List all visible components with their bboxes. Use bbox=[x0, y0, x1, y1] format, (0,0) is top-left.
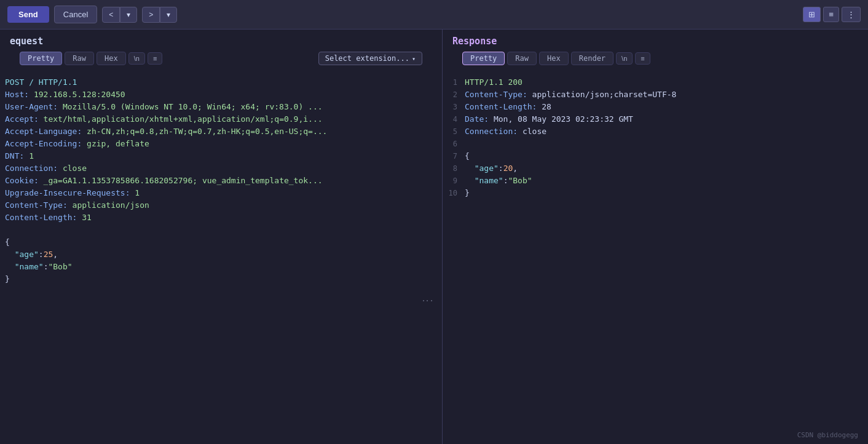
toolbar: Send Cancel < ▾ > ▾ ⊞ ≡ ⋮ bbox=[0, 0, 868, 30]
select-extension-dropdown[interactable]: Select extension... ▾ bbox=[318, 52, 422, 65]
request-code-area[interactable]: POST / HTTP/1.1 Host: 192.168.5.128:2045… bbox=[0, 74, 442, 444]
response-tab-raw[interactable]: Raw bbox=[507, 52, 537, 65]
layout-split-button[interactable]: ⊞ bbox=[803, 7, 821, 22]
response-tab-pretty[interactable]: Pretty bbox=[462, 52, 505, 65]
response-line-6: 6 bbox=[443, 138, 868, 150]
nav-prev-group: < ▾ bbox=[102, 7, 137, 23]
request-line-8: Connection: close bbox=[0, 162, 442, 175]
response-linenum-8: 8 bbox=[448, 162, 465, 175]
request-line-5: Accept-Language: zh-CN,zh;q=0.8,zh-TW;q=… bbox=[0, 125, 442, 138]
request-tab-newline[interactable]: \n bbox=[128, 52, 145, 65]
response-linenum-5: 5 bbox=[448, 125, 465, 138]
response-linenum-7: 7 bbox=[448, 150, 465, 162]
response-line-4: 4 Date: Mon, 08 May 2023 02:23:32 GMT bbox=[443, 113, 868, 125]
request-line-13 bbox=[0, 224, 442, 236]
request-tab-pretty[interactable]: Pretty bbox=[20, 52, 62, 65]
request-tab-bar: Pretty Raw Hex \n ≡ Select extension... … bbox=[10, 52, 432, 70]
request-line-14: { bbox=[0, 236, 442, 248]
request-tab-raw[interactable]: Raw bbox=[65, 52, 94, 65]
layout-controls: ⊞ ≡ ⋮ bbox=[803, 7, 861, 22]
nav-next-button[interactable]: > bbox=[142, 7, 160, 23]
request-title: equest bbox=[10, 36, 432, 47]
response-line-5: 5 Connection: close bbox=[443, 125, 868, 138]
request-line-9: Cookie: _ga=GA1.1.1353785866.1682052796;… bbox=[0, 175, 442, 187]
nav-next-group: > ▾ bbox=[142, 7, 177, 23]
request-line-4: Accept: text/html,application/xhtml+xml,… bbox=[0, 113, 442, 125]
response-linenum-3: 3 bbox=[448, 101, 465, 113]
request-line-15: "age":25, bbox=[0, 248, 442, 261]
response-linenum-6: 6 bbox=[448, 138, 465, 150]
request-line-17: } bbox=[0, 273, 442, 285]
response-tab-render[interactable]: Render bbox=[571, 52, 614, 65]
request-line-12: Content-Length: 31 bbox=[0, 212, 442, 224]
request-line-11: Content-Type: application/json bbox=[0, 199, 442, 212]
response-linenum-10: 10 bbox=[448, 187, 465, 199]
request-list-button[interactable]: ≡ bbox=[148, 52, 162, 65]
request-line-16: "name":"Bob" bbox=[0, 261, 442, 273]
layout-more-button[interactable]: ⋮ bbox=[842, 7, 861, 22]
request-line-2: Host: 192.168.5.128:20450 bbox=[0, 89, 442, 101]
response-linenum-1: 1 bbox=[448, 76, 465, 89]
context-menu-dots[interactable]: ⋮ bbox=[422, 295, 435, 307]
request-panel: equest Pretty Raw Hex \n ≡ Select extens… bbox=[0, 30, 443, 444]
layout-horizontal-button[interactable]: ≡ bbox=[823, 7, 839, 22]
request-line-1: POST / HTTP/1.1 bbox=[0, 76, 442, 89]
response-code-area[interactable]: 1 HTTP/1.1 200 2 Content-Type: applicati… bbox=[443, 74, 868, 444]
response-list-button[interactable]: ≡ bbox=[635, 52, 650, 65]
request-line-7: DNT: 1 bbox=[0, 150, 442, 162]
watermark: CSDN @biddogegg bbox=[797, 431, 858, 439]
response-tab-newline[interactable]: \n bbox=[616, 52, 633, 65]
response-tab-hex[interactable]: Hex bbox=[539, 52, 569, 65]
response-panel: Response Pretty Raw Hex Render \n ≡ 1 HT… bbox=[443, 30, 868, 444]
response-linenum-2: 2 bbox=[448, 89, 465, 101]
main-area: equest Pretty Raw Hex \n ≡ Select extens… bbox=[0, 30, 868, 444]
nav-prev-dropdown-button[interactable]: ▾ bbox=[120, 7, 137, 23]
request-tab-hex[interactable]: Hex bbox=[97, 52, 126, 65]
response-line-9: 9 "name":"Bob" bbox=[443, 175, 868, 187]
response-title: Response bbox=[452, 36, 858, 47]
request-line-6: Accept-Encoding: gzip, deflate bbox=[0, 138, 442, 150]
response-line-8: 8 "age":20, bbox=[443, 162, 868, 175]
response-line-7: 7 { bbox=[443, 150, 868, 162]
response-line-2: 2 Content-Type: application/json;charset… bbox=[443, 89, 868, 101]
response-tab-bar: Pretty Raw Hex Render \n ≡ bbox=[452, 52, 858, 70]
cancel-button[interactable]: Cancel bbox=[54, 6, 97, 23]
request-line-3: User-Agent: Mozilla/5.0 (Windows NT 10.0… bbox=[0, 101, 442, 113]
request-line-10: Upgrade-Insecure-Requests: 1 bbox=[0, 187, 442, 199]
response-line-10: 10 } bbox=[443, 187, 868, 199]
response-header: Response Pretty Raw Hex Render \n ≡ bbox=[443, 30, 868, 74]
nav-next-dropdown-button[interactable]: ▾ bbox=[160, 7, 177, 23]
response-linenum-9: 9 bbox=[448, 175, 465, 187]
send-button[interactable]: Send bbox=[7, 6, 49, 23]
select-extension-label: Select extension... bbox=[325, 54, 409, 63]
response-linenum-4: 4 bbox=[448, 113, 465, 125]
chevron-down-icon: ▾ bbox=[412, 55, 416, 62]
nav-prev-button[interactable]: < bbox=[102, 7, 120, 23]
response-line-1: 1 HTTP/1.1 200 bbox=[443, 76, 868, 89]
response-line-3: 3 Content-Length: 28 bbox=[443, 101, 868, 113]
request-header: equest Pretty Raw Hex \n ≡ Select extens… bbox=[0, 30, 442, 74]
